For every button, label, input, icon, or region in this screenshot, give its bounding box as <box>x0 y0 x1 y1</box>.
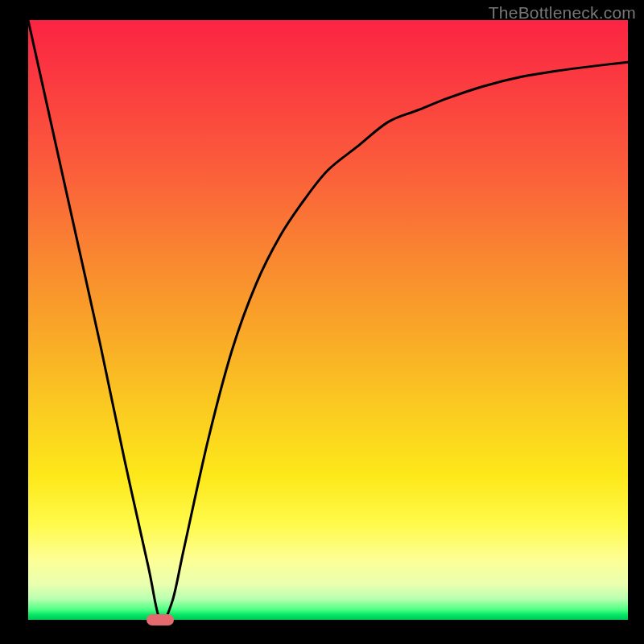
chart-frame: TheBottleneck.com <box>0 0 644 644</box>
plot-area <box>28 20 628 620</box>
bottleneck-curve <box>28 20 628 621</box>
curve-svg <box>28 20 628 620</box>
optimal-point-marker <box>147 614 174 625</box>
